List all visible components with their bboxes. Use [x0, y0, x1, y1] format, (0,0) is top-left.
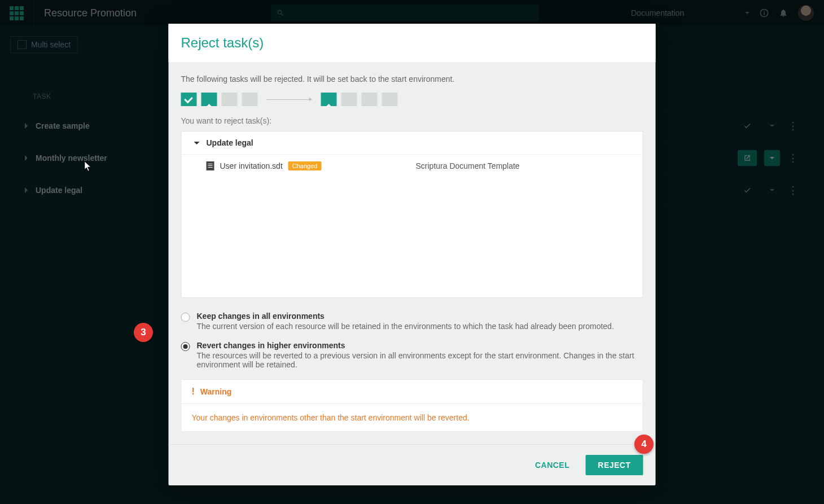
option-label: Keep changes in all environments [197, 312, 614, 321]
env-box [242, 93, 258, 106]
modal-body: The following tasks will be rejected. It… [169, 62, 656, 444]
environment-flow [181, 93, 643, 106]
radio-checked[interactable] [181, 342, 190, 351]
env-box-current [201, 93, 217, 106]
modal-title: Reject task(s) [181, 35, 643, 51]
env-box-target [321, 93, 337, 106]
modal-subdescription: You want to reject task(s): [181, 116, 643, 125]
option-text: The resources will be reverted to a prev… [197, 351, 643, 369]
annotation-4: 4 [634, 435, 654, 454]
file-name: User invitation.sdt [220, 161, 283, 170]
env-box-checked [181, 93, 197, 106]
warning-body: Your changes in environments other than … [182, 404, 643, 431]
warning-header: ! Warning [182, 380, 643, 404]
reject-options: Keep changes in all environments The cur… [181, 312, 643, 369]
reject-modal: Reject task(s) The following tasks will … [169, 24, 656, 485]
annotation-3: 3 [134, 323, 153, 342]
option-revert-changes[interactable]: Revert changes in higher environments Th… [181, 341, 643, 369]
env-box [382, 93, 398, 106]
task-file-row: User invitation.sdt Changed Scriptura Do… [182, 155, 643, 177]
modal-header: Reject task(s) [169, 24, 656, 62]
arrow-icon [267, 99, 312, 100]
caret-down-icon [194, 142, 200, 144]
task-panel: Update legal User invitation.sdt Changed… [181, 131, 643, 298]
warning-box: ! Warning Your changes in environments o… [181, 379, 643, 432]
env-box [341, 93, 357, 106]
radio-unchecked[interactable] [181, 313, 190, 322]
option-label: Revert changes in higher environments [197, 341, 643, 350]
env-box [362, 93, 378, 106]
status-badge: Changed [288, 161, 322, 170]
modal-description: The following tasks will be rejected. It… [181, 74, 643, 84]
modal-footer: CANCEL REJECT [169, 444, 656, 485]
option-keep-changes[interactable]: Keep changes in all environments The cur… [181, 312, 643, 331]
document-icon [207, 161, 214, 170]
warning-icon: ! [192, 387, 195, 397]
task-group-header[interactable]: Update legal [182, 132, 643, 155]
task-group-name: Update legal [207, 138, 253, 147]
cancel-button[interactable]: CANCEL [535, 461, 569, 470]
env-box [222, 93, 238, 106]
warning-title: Warning [200, 387, 231, 396]
option-text: The current version of each resource wil… [197, 322, 614, 331]
reject-button[interactable]: REJECT [585, 455, 643, 475]
file-type: Scriptura Document Template [416, 161, 630, 170]
